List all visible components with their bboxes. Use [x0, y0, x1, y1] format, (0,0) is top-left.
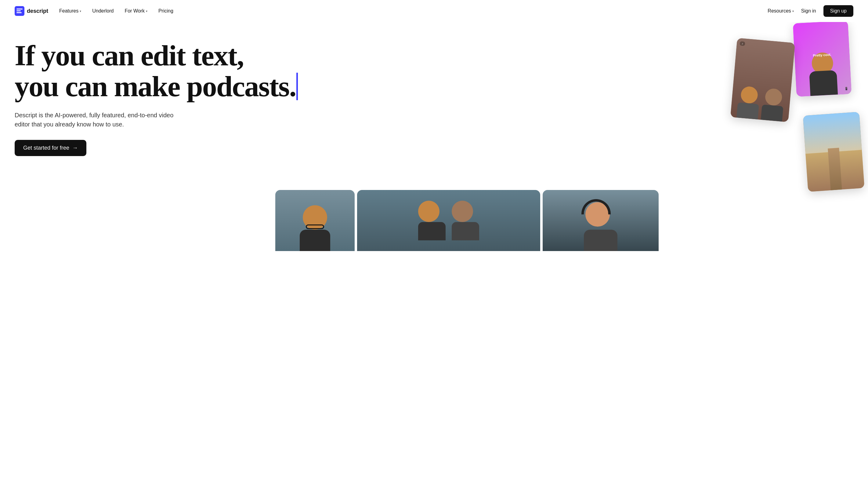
nav-pricing[interactable]: Pricing — [158, 8, 173, 14]
card1-label: Pretty cool. — [813, 52, 831, 57]
strip-card-2 — [357, 190, 540, 251]
nav-underlord[interactable]: Underlord — [92, 8, 114, 14]
svg-rect-2 — [16, 10, 21, 11]
logo[interactable]: descript — [15, 6, 48, 16]
sign-up-button[interactable]: Sign up — [823, 5, 853, 17]
hero-subtitle: Descript is the AI-powered, fully featur… — [15, 111, 186, 129]
logo-text: descript — [27, 8, 48, 14]
nav-left: descript Features ▾ Underlord For Work ▾… — [15, 6, 173, 16]
arrow-icon: → — [72, 145, 78, 151]
chevron-down-icon-work: ▾ — [146, 10, 147, 13]
image-card-1: Pretty cool. 📱 — [793, 22, 852, 97]
text-cursor — [296, 73, 298, 100]
headline-line2: you can make podcasts. — [15, 70, 298, 103]
strip-card-3 — [543, 190, 659, 251]
strip-card-1 — [275, 190, 355, 251]
image-card-3 — [803, 112, 865, 192]
nav-right: Resources ▾ Sign in Sign up — [768, 5, 853, 17]
tiktok-label: 📱 — [845, 87, 849, 91]
nav-for-work[interactable]: For Work ▾ — [125, 8, 147, 14]
chevron-down-icon-resources: ▾ — [792, 10, 794, 13]
svg-rect-3 — [16, 12, 22, 13]
sign-in-link[interactable]: Sign in — [801, 8, 816, 14]
cta-button[interactable]: Get started for free → — [15, 140, 86, 156]
navigation: descript Features ▾ Underlord For Work ▾… — [0, 0, 868, 22]
hero-headline: If you can edit text, you can make podca… — [15, 40, 560, 102]
nav-resources[interactable]: Resources ▾ — [768, 8, 793, 14]
bottom-strip-cards — [275, 190, 659, 251]
hero-text: If you can edit text, you can make podca… — [15, 40, 560, 156]
chevron-down-icon: ▾ — [80, 10, 81, 13]
hero-section: If you can edit text, you can make podca… — [0, 22, 868, 251]
card2-tag: ♪ — [740, 41, 745, 46]
nav-features[interactable]: Features ▾ — [59, 8, 81, 14]
logo-icon — [15, 6, 25, 16]
svg-rect-1 — [16, 9, 22, 10]
image-card-2: ♪ — [730, 38, 795, 122]
